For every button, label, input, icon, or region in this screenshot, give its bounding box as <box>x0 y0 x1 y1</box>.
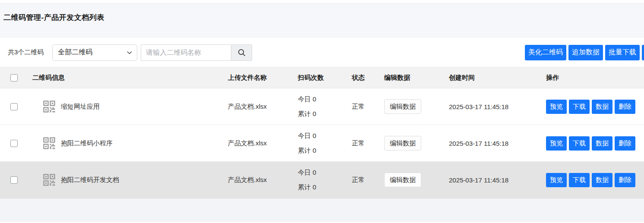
data-button[interactable]: 数据 <box>592 173 612 187</box>
search-input[interactable] <box>141 44 231 61</box>
scans-total: 累计 0 <box>298 107 351 121</box>
upload-file-name: 产品文档.xlsx <box>224 103 295 111</box>
status-text: 正常 <box>351 139 384 148</box>
edit-data-cell: 编辑数据 <box>384 136 449 151</box>
edit-data-button[interactable]: 编辑数据 <box>384 173 421 187</box>
scans-total: 累计 0 <box>298 180 351 195</box>
table-row: 抱阳二维码小程序 产品文档.xlsx 今日 0 累计 0 正常 编辑数据 202… <box>0 125 644 162</box>
qr-info-cell: 缩短网址应用 <box>32 101 224 113</box>
scans-today: 今日 0 <box>298 129 351 143</box>
data-button[interactable]: 数据 <box>592 100 612 114</box>
header-status: 状态 <box>351 74 384 82</box>
preview-button[interactable]: 预览 <box>546 100 567 114</box>
upload-file-name: 产品文档.xlsx <box>224 139 295 148</box>
created-time: 2025-03-17 11:45:18 <box>449 140 546 147</box>
qr-filter-select-value: 全部二维码 <box>58 48 92 57</box>
download-button[interactable]: 下载 <box>569 136 590 151</box>
delete-button[interactable]: 删除 <box>615 173 635 187</box>
chevron-down-icon <box>126 50 133 56</box>
header-actions: 操作 <box>546 74 644 82</box>
scan-count-cell: 今日 0 累计 0 <box>295 92 351 121</box>
status-text: 正常 <box>351 176 384 184</box>
qr-name[interactable]: 抱阳二维码开发文档 <box>61 176 119 184</box>
scans-today: 今日 0 <box>298 92 351 107</box>
preview-button[interactable]: 预览 <box>546 136 567 151</box>
download-button[interactable]: 下载 <box>569 173 590 187</box>
delete-button[interactable]: 删除 <box>615 136 635 151</box>
title-band: 二维码管理-产品开发文档列表 <box>0 3 644 38</box>
preview-button[interactable]: 预览 <box>546 173 567 187</box>
toolbar-actions: 美化二维码 追加数据 批量下载 <box>525 45 644 60</box>
header-edit: 编辑数据 <box>384 74 449 82</box>
search-group <box>141 44 252 61</box>
qr-code-icon <box>43 174 55 186</box>
beautify-qr-button[interactable]: 美化二维码 <box>525 45 566 60</box>
row-checkbox[interactable] <box>10 140 18 147</box>
qr-name[interactable]: 抱阳二维码小程序 <box>61 139 113 148</box>
row-checkbox-cell <box>0 103 32 110</box>
qr-code-icon <box>43 101 55 113</box>
row-checkbox-cell <box>0 140 32 147</box>
row-actions-cell: 预览 下载 数据 删除 <box>546 100 644 114</box>
scan-count-cell: 今日 0 累计 0 <box>295 165 351 195</box>
header-file: 上传文件名称 <box>224 74 295 82</box>
status-text: 正常 <box>351 103 384 111</box>
table-row: 抱阳二维码开发文档 产品文档.xlsx 今日 0 累计 0 正常 编辑数据 20… <box>0 162 644 198</box>
edit-data-button[interactable]: 编辑数据 <box>384 136 421 151</box>
top-strip <box>0 0 644 3</box>
search-icon <box>237 48 246 57</box>
select-all-checkbox[interactable] <box>10 74 18 82</box>
row-checkbox[interactable] <box>10 176 18 184</box>
edit-data-button[interactable]: 编辑数据 <box>384 99 421 114</box>
header-checkbox-cell <box>0 74 32 82</box>
row-actions-cell: 预览 下载 数据 删除 <box>546 136 644 151</box>
table-header-row: 二维码信息 上传文件名称 扫码次数 状态 编辑数据 创建时间 操作 <box>0 67 644 88</box>
header-created: 创建时间 <box>449 74 546 82</box>
upload-file-name: 产品文档.xlsx <box>224 176 295 184</box>
toolbar: 共3个二维码 全部二维码 美化二维码 追加数据 批量下载 <box>0 38 644 67</box>
qr-filter-select[interactable]: 全部二维码 <box>52 44 137 61</box>
page-background-area <box>0 198 644 222</box>
scans-today: 今日 0 <box>298 165 351 180</box>
row-checkbox-cell <box>0 176 32 184</box>
header-scans: 扫码次数 <box>295 74 351 82</box>
row-actions-cell: 预览 下载 数据 删除 <box>546 173 644 187</box>
qr-code-icon <box>43 137 55 149</box>
qr-info-cell: 抱阳二维码小程序 <box>32 137 224 149</box>
delete-button[interactable]: 删除 <box>615 100 635 114</box>
qr-info-cell: 抱阳二维码开发文档 <box>32 174 224 186</box>
data-button[interactable]: 数据 <box>592 136 612 151</box>
qr-name[interactable]: 缩短网址应用 <box>61 103 100 111</box>
created-time: 2025-03-17 11:45:18 <box>449 176 546 184</box>
partially-visible-button[interactable] <box>642 45 644 60</box>
content-card: 共3个二维码 全部二维码 美化二维码 追加数据 批量下载 <box>0 38 644 198</box>
scans-total: 累计 0 <box>298 143 351 158</box>
row-checkbox[interactable] <box>10 103 18 110</box>
scan-count-cell: 今日 0 累计 0 <box>295 129 351 158</box>
search-button[interactable] <box>231 44 252 61</box>
qr-management-page: 二维码管理-产品开发文档列表 共3个二维码 全部二维码 美化二维码 <box>0 0 644 223</box>
edit-data-cell: 编辑数据 <box>384 99 449 114</box>
header-info: 二维码信息 <box>32 74 224 82</box>
download-button[interactable]: 下载 <box>569 100 590 114</box>
created-time: 2025-03-17 11:45:18 <box>449 103 546 110</box>
table-row: 缩短网址应用 产品文档.xlsx 今日 0 累计 0 正常 编辑数据 2025-… <box>0 88 644 125</box>
batch-download-button[interactable]: 批量下载 <box>605 45 640 60</box>
qr-total-count: 共3个二维码 <box>8 48 44 57</box>
edit-data-cell: 编辑数据 <box>384 173 449 187</box>
append-data-button[interactable]: 追加数据 <box>568 45 603 60</box>
page-title: 二维码管理-产品开发文档列表 <box>3 13 644 22</box>
